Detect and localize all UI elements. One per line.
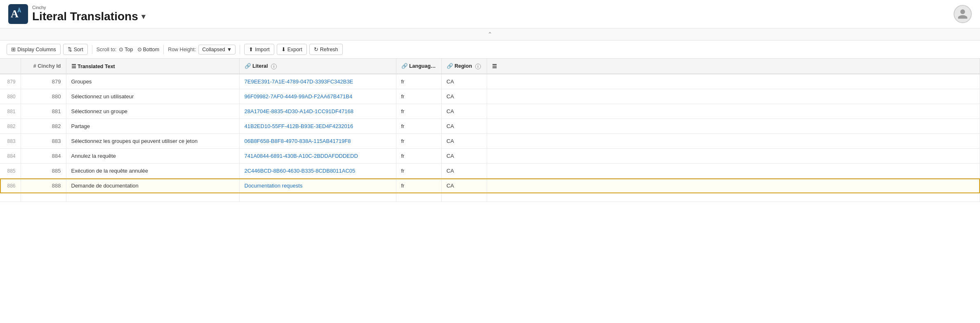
display-columns-button[interactable]: ⊞ Display Columns	[7, 44, 61, 55]
display-columns-icon: ⊞	[11, 46, 16, 52]
table-row[interactable]: 883883Sélectionnez les groupes qui peuve…	[0, 134, 980, 149]
literal-link[interactable]: Documentation requests	[245, 183, 303, 189]
cell-region: CA	[441, 104, 487, 119]
table-row[interactable]	[0, 193, 980, 202]
col-translated-label: Translated Text	[78, 64, 115, 69]
cell-literal[interactable]: 741A0844-6891-430B-A10C-2BDDAFDDDEDD	[239, 149, 396, 164]
table-row[interactable]: 886888Demande de documentationDocumentat…	[0, 178, 980, 193]
display-columns-label: Display Columns	[17, 47, 56, 52]
sort-button[interactable]: ⇅ Sort	[63, 44, 88, 55]
cell-cinchy-id: 884	[21, 149, 66, 164]
cell-translated-text: Sélectionnez un groupe	[66, 104, 239, 119]
table-body: 879879Groupes7E9EE391-7A1E-4789-047D-339…	[0, 74, 980, 202]
cell-literal[interactable]: 7E9EE391-7A1E-4789-047D-3393FC342B3E	[239, 74, 396, 89]
table-row[interactable]: 880880Sélectionnez un utilisateur96F0998…	[0, 89, 980, 104]
literal-link[interactable]: 41B2ED10-55FF-412B-B93E-3ED4F4232016	[245, 123, 353, 129]
cell-literal[interactable]: Documentation requests	[239, 178, 396, 193]
literal-link[interactable]: 28A1704E-8835-4D30-A14D-1CC91DF47168	[245, 108, 354, 114]
literal-link[interactable]: 7E9EE391-7A1E-4789-047D-3393FC342B3E	[245, 78, 353, 85]
cell-literal[interactable]: 2C446BCD-8B60-4630-B335-8CDB8011AC05	[239, 164, 396, 178]
row-height-select[interactable]: Collapsed ▼	[198, 45, 236, 55]
title-dropdown-arrow[interactable]: ▾	[141, 12, 145, 21]
import-icon: ⬆	[249, 46, 253, 52]
cell-translated-text: Groupes	[66, 74, 239, 89]
cell-language: fr	[396, 178, 441, 193]
cinchy-logo: A Ā	[8, 4, 28, 24]
collapse-bar[interactable]: ⌃	[0, 28, 980, 40]
app-brand: Cinchy	[32, 5, 145, 10]
title-group: Cinchy Literal Translations ▾	[32, 5, 145, 23]
refresh-icon: ↻	[314, 46, 318, 52]
cell-cinchy-id: 885	[21, 164, 66, 178]
table-header-row: # Cinchy Id ☰ Translated Text 🔗 Literal …	[0, 59, 980, 74]
cell-region: CA	[441, 119, 487, 134]
cell-region: CA	[441, 134, 487, 149]
col-header-cinchy-id: # Cinchy Id	[21, 59, 66, 74]
import-button[interactable]: ⬆ Import	[244, 44, 274, 55]
toolbar: ⊞ Display Columns ⇅ Sort Scroll to: ⊙ To…	[0, 40, 980, 59]
table-row[interactable]: 879879Groupes7E9EE391-7A1E-4789-047D-339…	[0, 74, 980, 89]
cell-extra	[487, 164, 980, 178]
cell-extra	[487, 74, 980, 89]
cell-cinchy-id: 881	[21, 104, 66, 119]
cell-language	[396, 193, 441, 202]
cell-literal[interactable]: 06B8F658-B8F8-4970-838A-115AB41719F8	[239, 134, 396, 149]
cell-literal[interactable]: 41B2ED10-55FF-412B-B93E-3ED4F4232016	[239, 119, 396, 134]
cell-region: CA	[441, 74, 487, 89]
cell-cinchy-id: 882	[21, 119, 66, 134]
cell-extra	[487, 104, 980, 119]
col-literal-info-icon[interactable]: i	[271, 64, 277, 69]
table-row[interactable]: 885885Exécution de la requête annulée2C4…	[0, 164, 980, 178]
cell-language: fr	[396, 134, 441, 149]
header-left: A Ā Cinchy Literal Translations ▾	[8, 4, 145, 24]
scroll-bottom-icon: ⊙	[137, 46, 142, 52]
cell-cinchy-id: 883	[21, 134, 66, 149]
col-header-literal: 🔗 Literal i	[239, 59, 396, 74]
cell-literal[interactable]: 96F09982-7AF0-4449-99AD-F2AA67B471B4	[239, 89, 396, 104]
literal-link[interactable]: 2C446BCD-8B60-4630-B335-8CDB8011AC05	[245, 168, 356, 174]
row-height-label: Row Height:	[168, 47, 196, 52]
row-height-value: Collapsed	[202, 47, 225, 52]
cell-translated-text: Exécution de la requête annulée	[66, 164, 239, 178]
cell-cinchy-id: 879	[21, 74, 66, 89]
cell-extra	[487, 89, 980, 104]
scroll-bottom-link[interactable]: ⊙ Bottom	[137, 46, 160, 52]
export-button[interactable]: ⬇ Export	[277, 44, 307, 55]
cell-extra	[487, 119, 980, 134]
refresh-button[interactable]: ↻ Refresh	[309, 44, 343, 55]
col-header-language: 🔗 Language i	[396, 59, 441, 74]
cell-translated-text: Partage	[66, 119, 239, 134]
literal-link[interactable]: 96F09982-7AF0-4449-99AD-F2AA67B471B4	[245, 93, 353, 100]
cell-rownum: 883	[0, 134, 21, 149]
cell-extra	[487, 193, 980, 202]
table-row[interactable]: 881881Sélectionnez un groupe28A1704E-883…	[0, 104, 980, 119]
table-row[interactable]: 884884Annulez la requête741A0844-6891-43…	[0, 149, 980, 164]
avatar-icon	[957, 8, 968, 20]
refresh-label: Refresh	[320, 47, 338, 52]
cell-language: fr	[396, 119, 441, 134]
cell-cinchy-id: 888	[21, 178, 66, 193]
user-avatar[interactable]	[954, 5, 972, 23]
scroll-top-link[interactable]: ⊙ Top	[119, 46, 133, 52]
cell-literal[interactable]: 28A1704E-8835-4D30-A14D-1CC91DF47168	[239, 104, 396, 119]
col-header-region: 🔗 Region i	[441, 59, 487, 74]
table-row[interactable]: 882882Partage41B2ED10-55FF-412B-B93E-3ED…	[0, 119, 980, 134]
scroll-to-label: Scroll to:	[97, 47, 117, 52]
col-region-icon: 🔗	[447, 63, 455, 69]
literal-link[interactable]: 741A0844-6891-430B-A10C-2BDDAFDDDEDD	[245, 153, 358, 159]
cell-region	[441, 193, 487, 202]
cell-rownum: 881	[0, 104, 21, 119]
scroll-group: ⊙ Top ⊙ Bottom	[119, 46, 159, 52]
col-cinchy-id-label: # Cinchy Id	[33, 63, 61, 69]
col-region-info-icon[interactable]: i	[475, 64, 481, 69]
row-height-dropdown-icon: ▼	[227, 47, 232, 52]
literal-link[interactable]: 06B8F658-B8F8-4970-838A-115AB41719F8	[245, 138, 351, 144]
col-region-label: Region	[455, 63, 472, 69]
cell-translated-text: Annulez la requête	[66, 149, 239, 164]
row-height-group: Row Height: Collapsed ▼	[168, 45, 236, 55]
col-language-info-icon[interactable]: i	[437, 64, 441, 69]
col-language-label: Language	[409, 63, 436, 69]
cell-rownum: 882	[0, 119, 21, 134]
scroll-bottom-label: Bottom	[143, 47, 160, 52]
col-translated-icon: ☰	[71, 64, 78, 69]
